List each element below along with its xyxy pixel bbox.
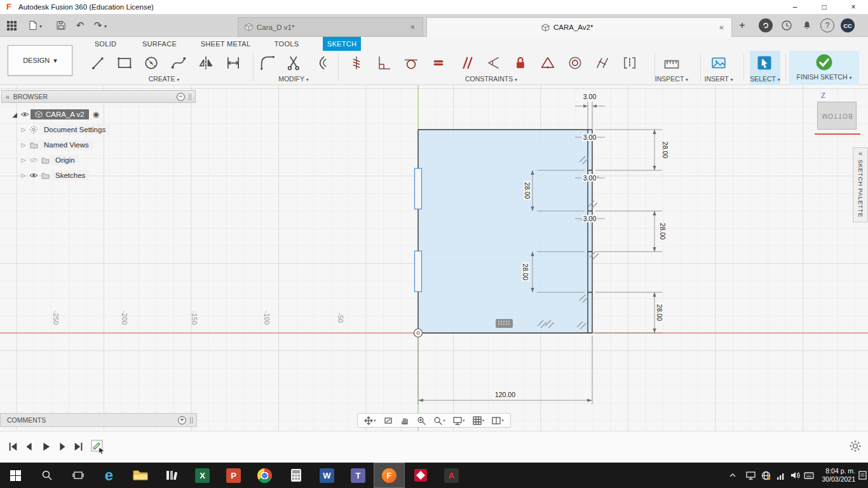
sketch-palette-tab[interactable]: « SKETCH PALETTE xyxy=(853,147,868,222)
horizontal-vertical-constraint-icon[interactable] xyxy=(345,51,368,74)
activate-radio-icon[interactable]: ◉ xyxy=(93,110,99,119)
panel-grip[interactable] xyxy=(189,93,191,100)
timeline-settings-gear-icon[interactable] xyxy=(849,440,862,454)
dimension-label[interactable]: 28.00 xyxy=(656,303,663,322)
circle-tool-icon[interactable] xyxy=(140,51,163,74)
tab-close-icon[interactable]: × xyxy=(409,22,416,32)
viewports-button[interactable]: ▾ xyxy=(492,416,504,425)
midpoint-constraint-icon[interactable] xyxy=(536,51,559,74)
sketch-profile-fill[interactable] xyxy=(418,130,592,333)
timeline-skip-start-button[interactable] xyxy=(5,439,20,454)
expand-caret-icon[interactable]: ▷ xyxy=(19,142,28,148)
group-select[interactable]: SELECT ▾ xyxy=(746,75,784,84)
group-constraints[interactable]: CONSTRAINTS ▾ xyxy=(453,75,529,84)
help-icon[interactable]: ? xyxy=(820,18,834,32)
tray-signal-bars-icon[interactable] xyxy=(774,463,788,488)
zoom-window-button[interactable]: ▾ xyxy=(433,416,445,425)
view-cube[interactable]: BOTTOM xyxy=(817,102,857,130)
pattern-tool-icon[interactable] xyxy=(222,51,245,74)
dimension-label[interactable]: 3.00 xyxy=(582,133,597,141)
tab-sketch[interactable]: SKETCH xyxy=(323,37,361,51)
app-grid-menu-icon[interactable] xyxy=(5,19,18,32)
document-tab-active[interactable]: CARA_Av2* × xyxy=(426,17,732,37)
browser-row-origin[interactable]: ▷ Origin xyxy=(1,152,196,168)
acrobat-taskbar-icon[interactable]: A xyxy=(436,463,467,488)
tray-display-icon[interactable] xyxy=(743,463,757,488)
origin-point[interactable] xyxy=(414,329,423,337)
visibility-eye-icon[interactable] xyxy=(28,172,39,179)
redo-button[interactable]: ↷ xyxy=(92,19,104,32)
red-app-taskbar-icon[interactable] xyxy=(405,463,436,488)
tab-surface[interactable]: SURFACE xyxy=(136,37,183,51)
offset-tool-icon[interactable] xyxy=(310,51,333,74)
group-modify[interactable]: MODIFY ▾ xyxy=(261,75,327,84)
dimension-label[interactable]: 28.00 xyxy=(522,262,529,281)
dimension-label[interactable]: 3.00 xyxy=(582,215,597,222)
start-button[interactable] xyxy=(0,463,31,488)
mirror-tool-icon[interactable] xyxy=(194,51,217,74)
finish-sketch-button[interactable]: FINISH SKETCH ▾ xyxy=(789,51,859,85)
chrome-taskbar-icon[interactable] xyxy=(249,463,280,488)
file-menu-caret-icon[interactable]: ▾ xyxy=(39,24,42,29)
workspace-selector[interactable]: DESIGN ▾ xyxy=(8,45,72,76)
display-settings-button[interactable]: ▾ xyxy=(453,416,465,425)
dimension-label[interactable]: 28.00 xyxy=(659,222,667,241)
expand-caret-icon[interactable]: ▷ xyxy=(19,172,28,179)
powerpoint-taskbar-icon[interactable]: P xyxy=(218,463,249,488)
group-inspect[interactable]: INSPECT ▾ xyxy=(646,75,697,84)
redo-caret-icon[interactable]: ▾ xyxy=(104,24,107,29)
library-taskbar-icon[interactable] xyxy=(156,463,187,488)
document-tab-inactive[interactable]: Cara_D v1* × xyxy=(238,17,423,37)
timeline-sketch-feature[interactable] xyxy=(90,439,105,454)
timeline-skip-end-button[interactable] xyxy=(71,439,86,454)
group-insert[interactable]: INSERT ▾ xyxy=(696,75,742,84)
panel-grip[interactable] xyxy=(190,417,193,424)
browser-row-document-settings[interactable]: ▷ Document Settings xyxy=(1,122,196,137)
browser-row-named-views[interactable]: ▷ Named Views xyxy=(1,137,196,152)
select-tool-icon[interactable] xyxy=(753,51,776,74)
trim-tool-icon[interactable] xyxy=(283,51,306,74)
equal-constraint-icon[interactable] xyxy=(427,51,450,74)
browser-item-selected[interactable]: CARA_A v2 xyxy=(31,109,89,119)
maximize-button[interactable]: □ xyxy=(810,0,839,14)
dimension-label[interactable]: 28.00 xyxy=(661,140,669,159)
fix-lock-constraint-icon[interactable] xyxy=(509,51,532,74)
visibility-eye-off-icon[interactable] xyxy=(28,157,39,163)
concentric-constraint-icon[interactable] xyxy=(564,51,587,74)
canvas-viewport[interactable]: -250-200-150-100-50 3.003.003.003.0028.0… xyxy=(0,85,868,431)
expand-caret-icon[interactable]: ◢ xyxy=(10,111,19,118)
file-explorer-taskbar-icon[interactable] xyxy=(125,463,156,488)
view-cube-face-label[interactable]: BOTTOM xyxy=(822,112,853,119)
collapse-panel-icon[interactable]: « xyxy=(6,93,10,100)
sketch-notch[interactable] xyxy=(415,168,422,209)
visibility-eye-icon[interactable] xyxy=(19,111,31,118)
grid-settings-button[interactable]: ▾ xyxy=(473,416,485,425)
new-document-tab-button[interactable]: + xyxy=(736,19,749,32)
teams-taskbar-icon[interactable]: T xyxy=(342,463,374,488)
notification-clock-icon[interactable] xyxy=(780,18,794,32)
expand-palette-icon[interactable]: « xyxy=(858,148,862,158)
task-view-button[interactable] xyxy=(62,463,93,488)
look-at-button[interactable] xyxy=(384,416,393,425)
symmetry-constraint-icon[interactable] xyxy=(591,51,614,74)
comments-expand-icon[interactable]: + xyxy=(178,416,186,424)
user-avatar[interactable]: CC xyxy=(841,18,855,32)
dimension-label[interactable]: 3.00 xyxy=(582,174,597,182)
word-taskbar-icon[interactable]: W xyxy=(311,463,342,488)
edge-taskbar-icon[interactable]: e xyxy=(93,463,125,488)
file-menu-icon[interactable] xyxy=(27,19,39,32)
tab-tools[interactable]: TOOLS xyxy=(269,37,304,51)
fusion-360-taskbar-icon[interactable]: F xyxy=(374,463,405,488)
curvature-constraint-icon[interactable] xyxy=(618,51,641,74)
collinear-constraint-icon[interactable] xyxy=(482,51,505,74)
undo-button[interactable]: ↶ xyxy=(74,19,86,32)
timeline-step-forward-button[interactable] xyxy=(55,439,70,454)
zoom-button[interactable] xyxy=(417,416,426,425)
close-button[interactable]: × xyxy=(839,0,868,14)
excel-taskbar-icon[interactable]: X xyxy=(187,463,218,488)
tab-sheet-metal[interactable]: SHEET METAL xyxy=(194,37,257,51)
dimension-label[interactable]: 120.00 xyxy=(494,391,517,398)
action-center-icon[interactable] xyxy=(857,463,868,488)
line-tool-icon[interactable] xyxy=(87,51,110,74)
tray-volume-icon[interactable] xyxy=(788,463,802,488)
